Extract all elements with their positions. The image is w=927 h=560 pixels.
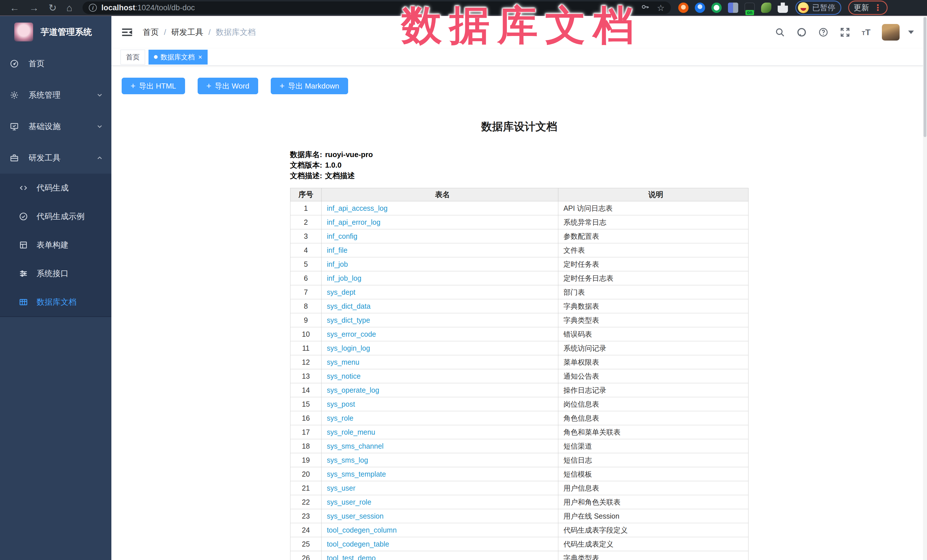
table-header-row: 序号 表名 说明 bbox=[290, 188, 748, 201]
table-link[interactable]: inf_api_error_log bbox=[327, 218, 380, 226]
table-link[interactable]: sys_login_log bbox=[327, 344, 370, 352]
table-link[interactable]: sys_user_session bbox=[327, 512, 383, 520]
refresh-icon[interactable]: ↻ bbox=[49, 0, 57, 16]
table-row: 8sys_dict_data字典数据表 bbox=[290, 299, 748, 313]
table-link[interactable]: sys_user_role bbox=[327, 498, 371, 506]
tag-db-doc[interactable]: 数据库文档 × bbox=[149, 50, 208, 65]
table-row: 6inf_job_log定时任务日志表 bbox=[290, 271, 748, 285]
scrollbar[interactable] bbox=[923, 17, 927, 560]
back-icon[interactable]: ← bbox=[10, 0, 20, 16]
table-grid-icon bbox=[19, 297, 28, 307]
tag-close-icon[interactable]: × bbox=[198, 53, 202, 61]
export-word-button[interactable]: + 导出 Word bbox=[198, 78, 258, 94]
table-link[interactable]: sys_role_menu bbox=[327, 428, 375, 436]
db-doc: 数据库设计文档 数据库名:ruoyi-vue-pro 文档版本:1.0.0 文档… bbox=[290, 119, 749, 560]
table-link[interactable]: sys_post bbox=[327, 400, 355, 408]
table-row: 21sys_user用户信息表 bbox=[290, 481, 748, 495]
drop-extension-icon[interactable] bbox=[695, 3, 705, 13]
table-row: 14sys_operate_log操作日志记录 bbox=[290, 383, 748, 397]
sidebar-item-form-builder[interactable]: 表单构建 bbox=[0, 231, 111, 259]
sidebar-item-system-api[interactable]: 系统接口 bbox=[0, 259, 111, 288]
briefcase-icon bbox=[10, 153, 19, 162]
avatar[interactable] bbox=[882, 24, 900, 41]
table-link[interactable]: tool_codegen_column bbox=[327, 526, 397, 534]
on-switch-extension-icon[interactable] bbox=[745, 3, 755, 13]
table-link[interactable]: sys_dict_data bbox=[327, 302, 371, 310]
table-link[interactable]: sys_notice bbox=[327, 372, 360, 380]
sidebar-item-system[interactable]: 系统管理 bbox=[0, 79, 111, 111]
db-name-line: 数据库名:ruoyi-vue-pro bbox=[290, 149, 749, 160]
sidebar-item-home[interactable]: 首页 bbox=[0, 48, 111, 79]
search-icon[interactable] bbox=[775, 27, 785, 37]
export-markdown-button[interactable]: + 导出 Markdown bbox=[271, 78, 348, 94]
table-row: 25tool_codegen_table代码生成表定义 bbox=[290, 537, 748, 551]
export-html-button[interactable]: + 导出 HTML bbox=[122, 78, 185, 94]
target-extension-icon[interactable] bbox=[678, 3, 688, 13]
table-link[interactable]: inf_file bbox=[327, 246, 347, 254]
table-link[interactable]: inf_job_log bbox=[327, 274, 361, 282]
sidebar-item-codegen[interactable]: 代码生成 bbox=[0, 174, 111, 202]
app-title: 芋道管理系统 bbox=[41, 26, 92, 38]
app-logo-row[interactable]: 芋道管理系统 bbox=[0, 16, 111, 48]
sidebar: 芋道管理系统 首页 系统管理 基础设施 研发工具 bbox=[0, 16, 111, 560]
table-row: 15sys_post岗位信息表 bbox=[290, 397, 748, 411]
emoji-icon bbox=[798, 2, 809, 13]
key-icon[interactable] bbox=[641, 3, 649, 13]
v-ring-extension-icon[interactable] bbox=[711, 3, 722, 13]
info-icon[interactable]: i bbox=[89, 4, 97, 12]
sidebar-collapse-icon[interactable] bbox=[121, 26, 133, 38]
extensions-tray bbox=[678, 3, 788, 13]
breadcrumb-current: 数据库文档 bbox=[216, 27, 256, 38]
question-icon[interactable] bbox=[818, 27, 828, 37]
table-link[interactable]: inf_job bbox=[327, 260, 348, 268]
table-row: 12sys_menu菜单权限表 bbox=[290, 355, 748, 369]
chevron-down-icon bbox=[96, 123, 103, 130]
table-row: 26tool_test_demo字典类型表 bbox=[290, 551, 748, 560]
table-link[interactable]: tool_codegen_table bbox=[327, 540, 389, 548]
breadcrumb-devtools[interactable]: 研发工具 bbox=[171, 27, 203, 38]
table-link[interactable]: sys_sms_log bbox=[327, 456, 368, 464]
table-row: 22sys_user_role用户和角色关联表 bbox=[290, 495, 748, 509]
puzzle-extensions-icon[interactable] bbox=[778, 3, 788, 13]
browser-menu-icon[interactable]: ⋮ bbox=[874, 3, 882, 12]
tag-home[interactable]: 首页 bbox=[120, 50, 145, 65]
url-text[interactable]: localhost:1024/tool/db-doc bbox=[101, 3, 195, 12]
github-icon[interactable] bbox=[796, 27, 807, 37]
sidebar-item-codegen-demo[interactable]: 代码生成示例 bbox=[0, 202, 111, 231]
fullscreen-icon[interactable] bbox=[840, 27, 850, 37]
table-link[interactable]: sys_role bbox=[327, 414, 353, 422]
table-link[interactable]: inf_config bbox=[327, 232, 357, 240]
squares-extension-icon[interactable] bbox=[728, 3, 738, 13]
table-link[interactable]: sys_menu bbox=[327, 358, 359, 366]
star-bookmark-icon[interactable]: ☆ bbox=[657, 3, 664, 13]
table-link[interactable]: sys_dict_type bbox=[327, 316, 370, 324]
sidebar-item-devtools[interactable]: 研发工具 bbox=[0, 142, 111, 174]
table-link[interactable]: sys_dept bbox=[327, 288, 355, 296]
table-link[interactable]: sys_sms_channel bbox=[327, 442, 383, 450]
update-button[interactable]: 更新 ⋮ bbox=[848, 1, 887, 15]
paused-badge[interactable]: 已暂停 bbox=[795, 1, 841, 15]
sidebar-item-db-doc[interactable]: 数据库文档 bbox=[0, 288, 111, 316]
forward-icon[interactable]: → bbox=[29, 0, 39, 16]
tag-active-dot bbox=[154, 55, 158, 59]
scrollbar-thumb[interactable] bbox=[924, 17, 926, 137]
leaf-extension-icon[interactable] bbox=[761, 3, 771, 13]
table-link[interactable]: sys_operate_log bbox=[327, 386, 379, 394]
table-link[interactable]: sys_sms_template bbox=[327, 470, 386, 478]
table-link[interactable]: tool_test_demo bbox=[327, 554, 375, 560]
doc-title: 数据库设计文档 bbox=[290, 119, 749, 134]
table-link[interactable]: sys_error_code bbox=[327, 330, 376, 338]
home-icon[interactable]: ⌂ bbox=[67, 0, 73, 16]
doc-desc-line: 文档描述:文档描述 bbox=[290, 170, 749, 181]
breadcrumb-home[interactable]: 首页 bbox=[143, 27, 159, 38]
table-link[interactable]: inf_api_access_log bbox=[327, 204, 388, 212]
font-size-icon[interactable]: TT bbox=[862, 27, 871, 37]
table-row: 18sys_sms_channel短信渠道 bbox=[290, 439, 748, 453]
sidebar-item-infra[interactable]: 基础设施 bbox=[0, 111, 111, 142]
caret-down-icon[interactable] bbox=[908, 30, 914, 34]
table-row: 24tool_codegen_column代码生成表字段定义 bbox=[290, 523, 748, 537]
top-navbar: 首页 / 研发工具 / 数据库文档 TT bbox=[111, 16, 927, 49]
table-link[interactable]: sys_user bbox=[327, 484, 355, 492]
address-bar[interactable]: i localhost:1024/tool/db-doc ☆ bbox=[82, 2, 671, 14]
plus-icon: + bbox=[280, 82, 285, 90]
